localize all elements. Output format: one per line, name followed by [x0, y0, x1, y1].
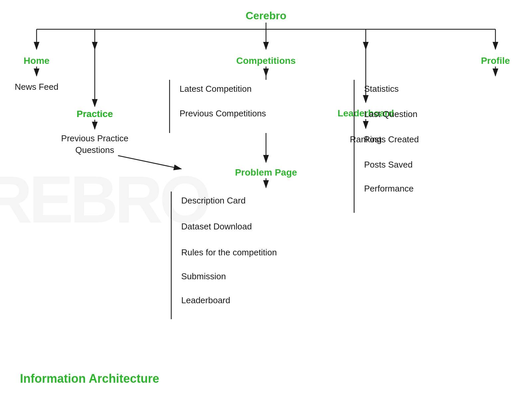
submission-node: Submission [181, 271, 226, 281]
news-feed-node: News Feed [15, 82, 59, 92]
prev-comp-node: Previous Competitions [180, 108, 266, 118]
performance-node: Performance [364, 184, 414, 194]
posts-created-node: Posts Created [364, 134, 419, 144]
posts-saved-node: Posts Saved [364, 160, 413, 170]
home-node: Home [24, 56, 50, 66]
questions-node: Questions [75, 145, 114, 155]
architecture-diagram: Cerebro Home News Feed Practice Practice… [0, 0, 532, 399]
dataset-node: Dataset Download [181, 221, 252, 231]
svg-line-8 [118, 156, 181, 169]
prev-practice-node: Previous Practice [61, 133, 128, 143]
rules-node: Rules for the competition [181, 247, 277, 257]
latest-comp-node: Latest Competition [180, 84, 252, 94]
problem-page-node: Problem Page [235, 167, 297, 178]
bottom-label: Information Architecture [20, 372, 159, 386]
profile-node: Profile [481, 56, 510, 66]
diagram-container: Cerebro Home News Feed Practice Practice… [0, 0, 532, 399]
competitions-node: Competitions [236, 56, 296, 66]
root-node: Cerebro [246, 10, 287, 22]
leaderboard-sub-node: Leaderboard [181, 295, 230, 305]
practice-node2: Practice [77, 109, 113, 119]
last-question-node: Last Question [364, 109, 417, 119]
desc-card-node: Description Card [181, 196, 246, 205]
statistics-node: Statistics [364, 84, 399, 94]
